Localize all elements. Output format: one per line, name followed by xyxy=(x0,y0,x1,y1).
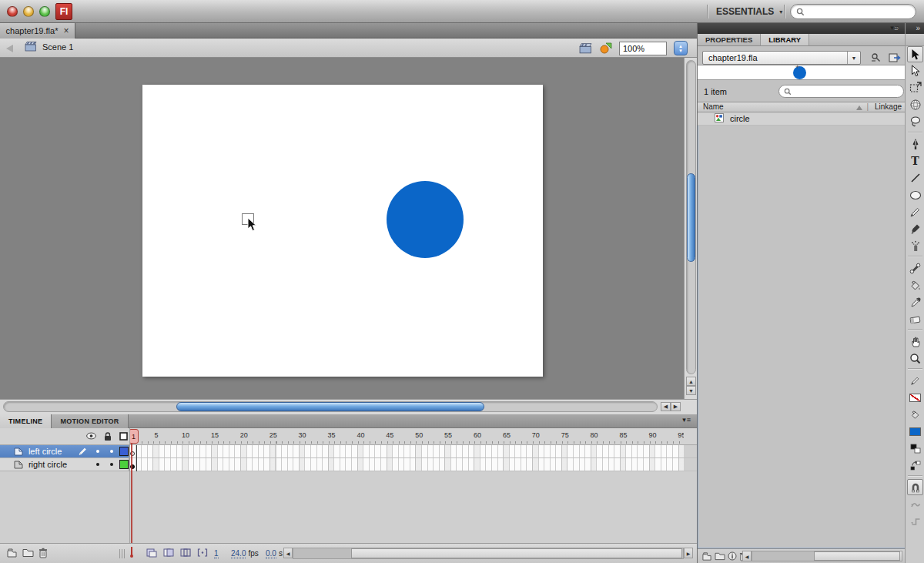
playhead-line[interactable] xyxy=(131,431,132,543)
back-arrow-icon[interactable] xyxy=(6,45,13,52)
delete-layer-button[interactable] xyxy=(38,548,48,558)
library-document-select[interactable]: chapter19.fla ▼ xyxy=(702,51,861,65)
sort-ascending-icon[interactable] xyxy=(856,106,862,110)
playhead-frame-indicator[interactable]: 1 xyxy=(129,429,139,444)
library-item-name[interactable]: circle xyxy=(730,114,750,123)
timeline-column-divider[interactable] xyxy=(129,428,130,543)
library-search-field[interactable] xyxy=(778,85,904,98)
library-scroll-thumb[interactable] xyxy=(814,551,900,561)
selection-tool[interactable] xyxy=(907,46,923,62)
layer-visibility-dot[interactable] xyxy=(91,450,105,453)
horizontal-scroll-thumb[interactable] xyxy=(176,402,484,411)
library-item-row[interactable]: circle xyxy=(698,112,906,126)
tab-motion-editor[interactable]: MOTION EDITOR xyxy=(52,414,128,428)
new-library-panel-button[interactable] xyxy=(889,52,901,63)
stroke-color-control[interactable] xyxy=(906,372,924,389)
stage-zoom-input[interactable]: 100% xyxy=(619,42,667,55)
onion-skin-button[interactable] xyxy=(163,548,174,558)
tab-timeline[interactable]: TIMELINE xyxy=(0,414,52,428)
stage-pasteboard[interactable] xyxy=(0,58,684,399)
smooth-option[interactable] xyxy=(906,495,924,512)
timeline-scroll-track[interactable] xyxy=(293,548,684,559)
column-linkage[interactable]: Linkage xyxy=(875,102,902,111)
workspace-switcher[interactable]: ESSENTIALS ▾ xyxy=(716,6,782,17)
search-input[interactable] xyxy=(808,7,901,16)
new-symbol-button[interactable] xyxy=(701,551,712,561)
scene-breadcrumb[interactable]: Scene 1 xyxy=(25,42,73,52)
scroll-right-button[interactable]: ▶ xyxy=(671,402,681,411)
stepper-down-icon[interactable]: ▼ xyxy=(678,49,683,53)
no-stroke-swatch[interactable] xyxy=(906,389,924,406)
stage-vertical-scrollbar[interactable]: ▲ ▼ xyxy=(684,58,697,399)
stage-horizontal-scrollbar[interactable]: ◀ ▶ xyxy=(0,399,697,414)
fps-value[interactable]: 24.0 xyxy=(231,549,246,558)
scroll-up-button[interactable]: ▲ xyxy=(686,377,696,386)
new-folder-button[interactable] xyxy=(715,551,725,561)
layer-frames-track[interactable] xyxy=(129,458,684,471)
timeline-scrollbar[interactable]: ◀ ▶ xyxy=(283,548,693,559)
3d-rotation-tool[interactable] xyxy=(906,96,924,113)
document-tab[interactable]: chapter19.fla* × xyxy=(0,23,75,39)
library-column-header[interactable]: Name | Linkage xyxy=(698,102,906,112)
timeline-scroll-thumb[interactable] xyxy=(351,548,682,558)
layer-outline-color-swatch[interactable] xyxy=(119,460,129,469)
layer-lock-dot[interactable] xyxy=(105,463,119,466)
library-item-list[interactable]: circle xyxy=(698,112,906,548)
close-document-icon[interactable]: × xyxy=(63,27,69,35)
layer-visibility-dot[interactable] xyxy=(91,463,105,466)
frame-ruler[interactable]: 1 5101520253035404550556065707580859095 xyxy=(129,428,684,445)
scroll-left-button[interactable]: ◀ xyxy=(661,402,671,411)
lock-all-layers-icon[interactable] xyxy=(104,432,112,441)
library-scroll-left-button[interactable]: ◀ xyxy=(742,551,752,561)
snap-to-objects-toggle[interactable] xyxy=(907,479,923,495)
stage-canvas[interactable] xyxy=(142,85,543,377)
panel-resize-grip[interactable] xyxy=(119,549,125,558)
help-search-field[interactable] xyxy=(790,4,916,19)
layer-name-cell[interactable]: left circle xyxy=(0,445,129,458)
frame-rate-indicator[interactable]: 24.0 fps xyxy=(231,549,259,558)
layer-lock-dot[interactable] xyxy=(105,450,119,453)
spray-brush-tool[interactable] xyxy=(906,237,924,254)
black-and-white-button[interactable] xyxy=(906,440,924,457)
line-tool[interactable] xyxy=(906,169,924,186)
fill-color-control[interactable] xyxy=(906,406,924,423)
layer-name[interactable]: left circle xyxy=(28,447,75,456)
pencil-tool[interactable] xyxy=(906,203,924,220)
column-divider[interactable]: | xyxy=(866,102,869,111)
current-frame-indicator[interactable]: 1 xyxy=(214,549,219,558)
zoom-tool[interactable] xyxy=(906,350,924,367)
pin-library-button[interactable] xyxy=(870,52,882,63)
subselection-tool[interactable] xyxy=(906,62,924,79)
brush-tool[interactable] xyxy=(906,220,924,237)
straighten-option[interactable] xyxy=(906,512,924,529)
bone-tool[interactable] xyxy=(906,260,924,276)
tab-properties[interactable]: PROPERTIES xyxy=(698,34,761,45)
library-search-input[interactable] xyxy=(795,87,887,96)
oval-tool[interactable] xyxy=(906,186,924,203)
scroll-down-button[interactable]: ▼ xyxy=(686,386,696,395)
lasso-tool[interactable] xyxy=(906,113,924,130)
current-frame-value[interactable]: 1 xyxy=(214,549,219,558)
vertical-scroll-track[interactable] xyxy=(686,60,696,374)
edit-multiple-frames-button[interactable] xyxy=(197,548,208,558)
elapsed-time-value[interactable]: 0.0 xyxy=(266,549,276,558)
show-hide-all-layers-icon[interactable] xyxy=(86,432,96,440)
timeline-panel-menu-button[interactable]: ▾≡ xyxy=(682,416,691,424)
timeline-layer-row[interactable]: left circle xyxy=(0,445,697,458)
close-window-button[interactable] xyxy=(7,6,18,17)
layer-name[interactable]: right circle xyxy=(28,460,75,469)
horizontal-scroll-track[interactable] xyxy=(3,401,658,412)
new-layer-button[interactable] xyxy=(6,548,18,558)
edit-symbols-icon[interactable] xyxy=(599,42,612,54)
show-layers-as-outlines-icon[interactable] xyxy=(119,432,128,441)
tab-library[interactable]: LIBRARY xyxy=(761,34,809,45)
hand-tool[interactable] xyxy=(906,333,924,350)
paint-bucket-tool[interactable] xyxy=(906,276,924,293)
text-tool[interactable]: T xyxy=(906,152,924,169)
select-dropdown-icon[interactable]: ▼ xyxy=(847,52,860,64)
library-panel-menu-button[interactable]: ▾≡ xyxy=(890,24,899,32)
timeline-scroll-right-button[interactable]: ▶ xyxy=(684,548,693,558)
layer-frames-track[interactable] xyxy=(129,445,684,458)
library-scrollbar[interactable]: ◀ ▶ xyxy=(742,551,902,561)
layer-name-cell[interactable]: right circle xyxy=(0,458,129,471)
